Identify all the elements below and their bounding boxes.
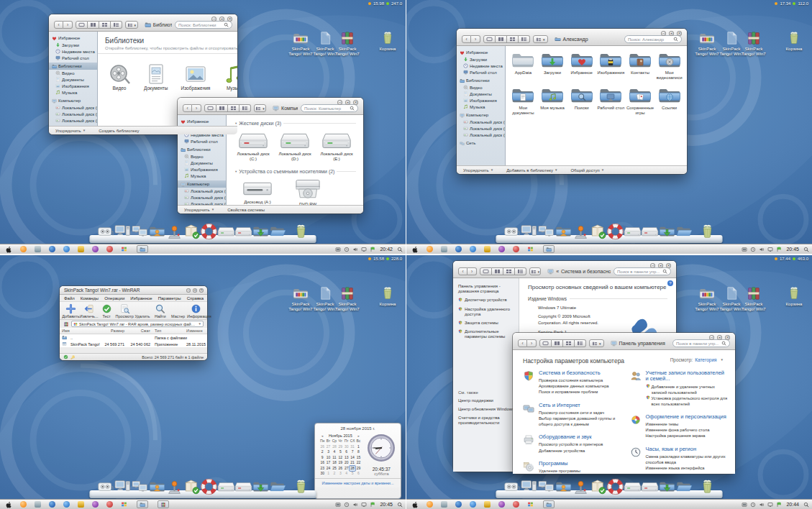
app-blue-icon[interactable]	[470, 246, 476, 252]
view-mode-4-button[interactable]	[111, 21, 122, 29]
menu-item[interactable]: Операции	[104, 296, 124, 301]
category-task-link[interactable]: Изменение темы	[646, 421, 726, 427]
menu-item[interactable]: Справка	[187, 296, 204, 301]
view-mode-4-button[interactable]	[515, 267, 526, 275]
dock-item-downloads[interactable]	[252, 478, 269, 495]
column-header[interactable]: Тип	[152, 329, 184, 333]
drive-item[interactable]: Локальный диск(C:)	[237, 129, 270, 162]
calendar-day[interactable]: 16	[319, 460, 325, 466]
app-orange-icon[interactable]	[20, 501, 27, 508]
calendar-day[interactable]: 15	[355, 455, 361, 461]
back-button[interactable]: ‹	[458, 267, 467, 275]
folder-item[interactable]: Загрузки	[538, 50, 567, 80]
sidebar-item[interactable]: Музыка	[178, 173, 226, 179]
category-task-link[interactable]: Просмотр устройств и принтеров	[539, 441, 603, 447]
breadcrumb-back[interactable]: «	[556, 269, 559, 274]
menu-item[interactable]: Команды	[81, 296, 99, 301]
sidebar-section-1[interactable]: Библиотеки	[178, 146, 226, 153]
dock-item-power[interactable]	[503, 478, 520, 495]
dock-item-network[interactable]	[132, 478, 148, 495]
view-mode-3-button[interactable]	[563, 339, 575, 347]
change-datetime-link[interactable]: Изменение настроек даты и времени...	[315, 478, 401, 487]
view-mode-2-button[interactable]	[552, 339, 563, 347]
desktop-icon-skinpack-rar[interactable]: SkinPack Tango! Win7	[335, 285, 360, 312]
window-close-button[interactable]: ×	[227, 17, 232, 22]
dock-item-documents[interactable]	[270, 223, 286, 240]
sidebar-item[interactable]: Видео	[49, 70, 97, 76]
category-title-link[interactable]: Оформление и персонализация	[646, 414, 726, 420]
window-minimize-button[interactable]: –	[186, 288, 191, 293]
dock-item-help[interactable]	[607, 478, 624, 495]
app-blue-icon[interactable]	[63, 246, 70, 252]
category-task-link[interactable]: Изменение языка интерфейса	[646, 465, 729, 471]
file-row[interactable]: SkinPack Tango! Win7.exe24 569 27124 540…	[60, 341, 207, 347]
test-tool-button[interactable]: Тест	[98, 303, 116, 318]
dock-item-power[interactable]	[97, 478, 114, 495]
desktop-icon-skinpack-file[interactable]: SkinPack Tango! Win7	[313, 30, 337, 57]
window-close-button[interactable]: ×	[677, 31, 682, 36]
view-mode-2-button[interactable]	[496, 35, 507, 43]
desktop-icon-skinpack-file[interactable]: SkinPack Tango! Win7	[719, 285, 744, 312]
forward-button[interactable]: ›	[467, 267, 477, 275]
calendar-day[interactable]: 7	[350, 449, 355, 455]
window-minimize-button[interactable]: –	[211, 17, 216, 22]
dock-item-recycle-bin[interactable]	[699, 478, 716, 495]
window-minimize-button[interactable]: –	[650, 263, 655, 268]
window-close-button[interactable]: ×	[725, 335, 730, 340]
calendar-day[interactable]: 3	[337, 471, 343, 477]
more-options-dropdown[interactable]: ▾	[529, 267, 541, 275]
sidebar-section-0[interactable]: Избранное	[457, 49, 505, 56]
category-title-link[interactable]: Оборудование и звук	[539, 434, 603, 440]
system-sidebar-item[interactable]: Диспетчер устройств	[458, 298, 516, 303]
breadcrumb-security[interactable]: Система и безопасность	[561, 269, 611, 274]
dock-item-drive-red[interactable]	[642, 478, 658, 495]
app-purple-icon[interactable]	[92, 501, 99, 508]
view-mode-1-button[interactable]	[480, 267, 492, 275]
desktop-icon-skinpack-file[interactable]: SkinPack Tango! Win7	[313, 285, 337, 312]
calendar-day[interactable]: 5	[350, 471, 355, 477]
dock-item-user-folder[interactable]	[149, 478, 165, 495]
dock-item-help[interactable]	[607, 223, 624, 240]
dock-item-user-folder[interactable]	[149, 223, 165, 240]
prev-month-button[interactable]: ◄	[321, 434, 324, 438]
desktop-icon-skinpack-rar[interactable]: SkinPack Tango! Win7	[742, 285, 766, 312]
window-close-button[interactable]: ×	[666, 263, 671, 268]
sidebar-item[interactable]: Локальный диск (C	[49, 104, 97, 111]
sidebar-item[interactable]: Локальный диск (C	[457, 119, 505, 125]
dock-item-computer[interactable]	[114, 478, 131, 495]
info-tool-button[interactable]: Информация	[187, 303, 205, 318]
folder-item[interactable]: Рабочий стол	[596, 86, 626, 115]
desktop-icon-skinpack-file[interactable]: SkinPack Tango! Win7	[719, 30, 744, 57]
dock-item-user-folder[interactable]	[555, 223, 572, 240]
search-input[interactable]: Поиск в панели упр...	[613, 267, 671, 275]
more-options-dropdown[interactable]: ▾	[589, 339, 604, 347]
app-gray-icon[interactable]	[441, 501, 447, 508]
sidebar-item[interactable]: Локальный диск (D	[457, 125, 505, 132]
view-mode-1-button[interactable]	[76, 21, 88, 29]
taskbar-button-explorer[interactable]	[137, 500, 148, 508]
menu-item[interactable]: Параметры	[158, 296, 181, 301]
app-red-icon[interactable]	[106, 501, 113, 508]
add-tool-button[interactable]: Добавить	[62, 303, 80, 318]
window-maximize-button[interactable]: +	[345, 100, 350, 105]
dock-item-package[interactable]	[590, 478, 606, 495]
app-gray-icon[interactable]	[35, 246, 41, 252]
drive-item[interactable]: Локальный диск(E:)	[320, 129, 353, 162]
dock-item-games[interactable]	[572, 478, 589, 495]
app-sand-icon[interactable]	[78, 246, 84, 252]
calendar-day[interactable]: 20	[344, 460, 350, 466]
folder-item[interactable]: Избранное	[567, 50, 596, 80]
view-mode-1-button[interactable]	[204, 104, 216, 112]
dock-item-downloads[interactable]	[252, 223, 269, 240]
library-item-video[interactable]: Видео	[108, 63, 131, 91]
view-mode-2-button[interactable]	[492, 267, 503, 275]
column-header[interactable]: Сжат	[127, 329, 152, 333]
category-title-link[interactable]: Сеть и Интернет	[539, 403, 621, 408]
forward-button[interactable]: ›	[471, 35, 480, 43]
category-task-link[interactable]: Проверка состояния компьютера	[539, 377, 609, 383]
app-navy-icon[interactable]	[49, 246, 55, 252]
drive-item[interactable]: Дисковод (A:)	[237, 178, 278, 205]
category-task-link[interactable]: Добавление устройства	[539, 448, 603, 454]
calendar-day[interactable]: 1	[325, 471, 331, 477]
calendar-day[interactable]: 2	[332, 471, 337, 477]
